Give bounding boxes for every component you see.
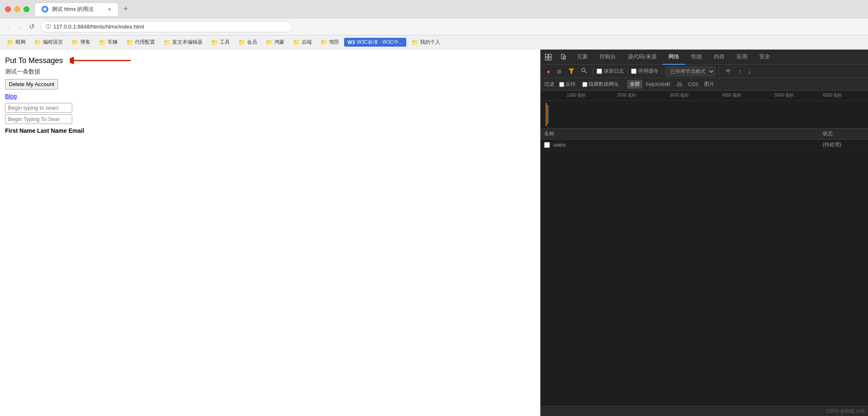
- devtools-tab-memory[interactable]: 内存: [708, 50, 731, 65]
- minimize-button[interactable]: [14, 6, 20, 12]
- devtools-tab-network[interactable]: 网络: [663, 50, 685, 65]
- bookmark-item[interactable]: 📁 工具: [208, 37, 233, 47]
- record-button[interactable]: ●: [544, 67, 552, 76]
- back-button[interactable]: ‹: [5, 22, 12, 32]
- download-button[interactable]: ↓: [745, 67, 753, 76]
- tick-2000: 2000 毫秒: [617, 92, 636, 98]
- bookmark-label: 我的个人: [420, 39, 440, 46]
- throttle-select[interactable]: 已停用节流模式: [665, 67, 715, 76]
- devtools-tab-sources[interactable]: 源代码/来源: [622, 50, 663, 65]
- svg-point-10: [582, 68, 585, 72]
- active-tab[interactable]: 测试 htmx 的用法 ×: [34, 3, 118, 16]
- bookmark-label: 博客: [80, 39, 90, 46]
- svg-point-0: [43, 8, 47, 11]
- timeline-bar-blue: [547, 105, 548, 124]
- svg-rect-3: [545, 54, 548, 57]
- tab-close-button[interactable]: ×: [108, 6, 111, 13]
- timeline-bar-orange: [546, 103, 547, 126]
- row-checkbox[interactable]: [544, 142, 550, 148]
- bookmark-label: 富文本编辑器: [172, 39, 203, 46]
- devtools-device-button[interactable]: [556, 51, 571, 63]
- col-name-header: 名称: [544, 130, 823, 137]
- row-status: (待处理): [823, 141, 865, 148]
- network-toolbar: ● ⊘ 保留日志 停用缓存: [541, 65, 868, 78]
- bookmark-label: 会员: [247, 39, 257, 46]
- blog-link[interactable]: Blog: [5, 93, 535, 100]
- forward-button[interactable]: ›: [16, 22, 23, 32]
- bookmark-item[interactable]: 📁 后端: [289, 37, 315, 47]
- traffic-lights: [5, 6, 29, 12]
- svg-rect-4: [549, 54, 551, 57]
- preserve-log-checkbox[interactable]: 保留日志: [597, 68, 624, 75]
- disable-cache-label: 停用缓存: [638, 68, 658, 75]
- preserve-log-input[interactable]: [597, 68, 602, 74]
- bookmark-item[interactable]: 📁 车辆: [95, 37, 121, 47]
- webpage-content: Put To Messages 测试一条数据 Delete My Account…: [0, 50, 540, 416]
- disable-cache-checkbox[interactable]: 停用缓存: [631, 68, 658, 75]
- search-input-1[interactable]: [5, 103, 72, 113]
- bookmark-label: 车辆: [108, 39, 118, 46]
- put-to-messages-section: Put To Messages: [5, 55, 535, 66]
- devtools-tab-console[interactable]: 控制台: [594, 50, 622, 65]
- folder-icon: 📁: [71, 39, 79, 46]
- filter-fetch-xhr-button[interactable]: Fetch/XHR: [643, 80, 673, 89]
- bookmark-item[interactable]: 📁 编程语言: [31, 37, 66, 47]
- devtools-tab-performance[interactable]: 性能: [685, 50, 708, 65]
- lock-icon: ⓘ: [46, 23, 51, 30]
- clear-button[interactable]: ⊘: [554, 67, 564, 76]
- bookmark-item[interactable]: W3 W3C标准 - W3C中...: [344, 38, 406, 47]
- invert-input[interactable]: [559, 82, 564, 87]
- upload-button[interactable]: ↑: [736, 67, 744, 76]
- devtools-footer: CSDN @前端.火鸡: [541, 406, 868, 416]
- search-input-2[interactable]: [5, 114, 72, 124]
- svg-rect-5: [545, 58, 548, 60]
- network-row[interactable]: users (待处理): [541, 140, 868, 150]
- bookmark-item[interactable]: 📁 我的个人: [408, 37, 444, 47]
- bookmark-item[interactable]: 📁 鸿蒙: [262, 37, 288, 47]
- url-bar[interactable]: ⓘ 127.0.0.1:8848/htmls/htmx/index.html: [40, 21, 292, 32]
- new-tab-button[interactable]: +: [120, 4, 132, 14]
- bookmark-item[interactable]: 📁 暗网: [3, 37, 29, 47]
- devtools-tab-application[interactable]: 应用: [731, 50, 753, 65]
- wifi-icon-button[interactable]: [722, 67, 734, 76]
- delete-account-button[interactable]: Delete My Account: [5, 79, 58, 90]
- separator: [627, 68, 628, 75]
- tab-title: 测试 htmx 的用法: [52, 5, 94, 13]
- preserve-log-label: 保留日志: [604, 68, 624, 75]
- devtools-tab-elements[interactable]: 元素: [571, 50, 594, 65]
- filter-images-button[interactable]: 图片: [702, 80, 717, 89]
- bookmarks-bar: 📁 暗网 📁 编程语言 📁 博客 📁 车辆 📁 代理配置 📁 富文本编辑器 📁 …: [0, 35, 868, 50]
- filter-type-buttons: 全部 Fetch/XHR JS CSS 图片: [627, 80, 717, 89]
- bookmark-item[interactable]: 📁 代理配置: [123, 37, 158, 47]
- maximize-button[interactable]: [24, 6, 29, 12]
- reload-button[interactable]: ↺: [26, 22, 37, 32]
- folder-icon: 📁: [7, 39, 14, 46]
- bookmark-item[interactable]: 📁 驾照: [317, 37, 342, 47]
- bookmark-label: 暗网: [16, 39, 26, 46]
- bookmark-item[interactable]: 📁 会员: [235, 37, 260, 47]
- folder-icon: 📁: [293, 39, 300, 46]
- filter-css-button[interactable]: CSS: [686, 80, 701, 89]
- hide-data-urls-input[interactable]: [582, 82, 587, 87]
- invert-label: 反转: [566, 81, 576, 88]
- main-area: Put To Messages 测试一条数据 Delete My Account…: [0, 50, 868, 416]
- close-button[interactable]: [5, 6, 11, 12]
- bookmark-item[interactable]: 📁 博客: [68, 37, 94, 47]
- filter-button[interactable]: [566, 67, 577, 76]
- folder-icon: 📁: [34, 39, 41, 46]
- devtools-tab-security[interactable]: 安全: [753, 50, 776, 65]
- put-to-messages-text: Put To Messages: [5, 56, 63, 65]
- folder-icon: 📁: [163, 39, 171, 46]
- disable-cache-input[interactable]: [631, 68, 637, 74]
- filter-js-button[interactable]: JS: [674, 80, 685, 89]
- timeline-header: 1000 毫秒 2000 毫秒 3000 毫秒 4000 毫秒 5000 毫秒 …: [541, 91, 868, 101]
- tab-favicon: [42, 6, 48, 13]
- tick-3000: 3000 毫秒: [670, 92, 689, 98]
- devtools-inspect-button[interactable]: [541, 51, 556, 63]
- filter-all-button[interactable]: 全部: [627, 80, 642, 89]
- table-header: First Name Last Name Email: [5, 127, 535, 134]
- hide-data-urls-checkbox[interactable]: 隐藏数据网址: [581, 80, 621, 89]
- bookmark-item[interactable]: 📁 富文本编辑器: [160, 37, 206, 47]
- invert-checkbox[interactable]: 反转: [558, 80, 577, 89]
- search-button[interactable]: [579, 67, 589, 76]
